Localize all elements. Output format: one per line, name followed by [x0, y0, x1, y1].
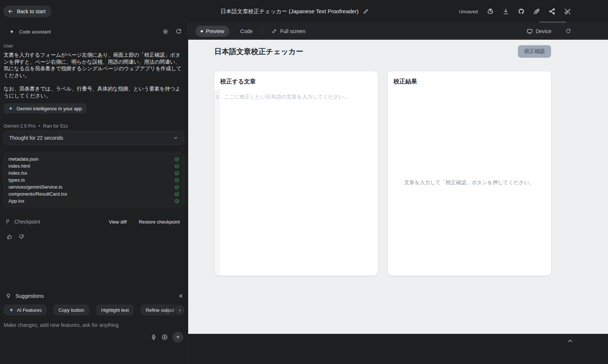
close-icon: ×	[179, 292, 183, 300]
file-row[interactable]: index.html	[4, 163, 184, 169]
rocket-icon	[533, 8, 540, 15]
proofreader-title: 日本語文章校正チェッカー	[214, 47, 303, 57]
gemini-sparkle-icon	[8, 106, 13, 111]
check-circle-icon	[174, 164, 179, 169]
file-name: services/geminiService.ts	[8, 184, 62, 190]
proofreader-header: 日本語文章校正チェッカー 校正確認	[214, 44, 551, 59]
preview-dot-icon	[201, 30, 203, 32]
input-card: 校正する文章 1	[214, 71, 378, 276]
flag-icon	[5, 219, 11, 225]
run-duration: Ran for 51s	[43, 123, 68, 129]
download-icon	[502, 8, 509, 15]
preview-toolbar: Preview Code Full screen Device	[188, 23, 608, 40]
suggestion-chips: AI Features Copy button Highlight text R…	[0, 304, 188, 315]
top-bar-actions: Unsaved	[459, 0, 571, 23]
file-row[interactable]: services/geminiService.ts	[4, 183, 184, 190]
chip-label: AI Features	[17, 307, 42, 313]
file-name: index.html	[8, 163, 30, 169]
chips-scroll-right-button[interactable]: ›	[175, 306, 184, 314]
back-to-start-label: Back to start	[17, 8, 46, 14]
github-button[interactable]	[518, 8, 525, 15]
share-app-button[interactable]	[548, 8, 556, 15]
mic-button[interactable]	[150, 334, 157, 340]
save-to-drive-icon	[487, 8, 494, 15]
tab-preview[interactable]: Preview	[196, 26, 229, 37]
file-name: components/ResultCard.tsx	[8, 191, 67, 197]
download-app-button[interactable]	[502, 8, 509, 15]
gemini-intelligence-chip[interactable]: Gemini intelligence in your app	[4, 103, 86, 114]
proofread-check-button[interactable]: 校正確認	[518, 45, 551, 58]
sparkle-icon	[9, 29, 14, 34]
thumbs-down-icon	[18, 233, 25, 240]
user-role-label: User	[4, 43, 184, 49]
app-title: 日本語文章校正チェッカー (Japanese Text Proofreader)	[221, 8, 358, 15]
mic-icon	[150, 334, 157, 340]
refresh-icon	[175, 28, 182, 35]
composer-input[interactable]	[4, 322, 184, 328]
model-name: Gemini 2.5 Pro	[4, 123, 36, 129]
check-circle-icon	[174, 185, 179, 190]
file-row[interactable]: components/ResultCard.tsx	[4, 190, 184, 197]
deploy-app-button[interactable]	[533, 8, 540, 15]
thumbs-down-button[interactable]	[18, 233, 25, 240]
proofreader-app: 日本語文章校正チェッカー 校正確認 校正する文章 1 校正結果	[188, 40, 551, 276]
ai-sparkle-icon	[9, 307, 14, 313]
monitor-icon	[526, 28, 533, 35]
github-icon	[518, 8, 525, 15]
thumbs-up-button[interactable]	[6, 233, 13, 240]
back-to-start-button[interactable]: Back to start	[3, 6, 51, 17]
add-attachment-button[interactable]	[161, 334, 168, 340]
device-button[interactable]: Device	[526, 28, 551, 35]
assistant-settings-button[interactable]	[162, 28, 169, 35]
full-screen-button[interactable]: Full screen	[271, 28, 305, 34]
expand-icon	[271, 28, 277, 34]
proofreader-columns: 校正する文章 1 校正結果 文章を入力して「校正確認」ボタンを押してください。	[214, 71, 551, 276]
line-number-gutter: 1	[214, 89, 220, 276]
separator-dot: •	[39, 123, 40, 129]
close-suggestions-button[interactable]: ×	[179, 293, 183, 299]
top-bar: Back to start 日本語文章校正チェッカー (Japanese Tex…	[0, 0, 608, 23]
edit-title-button[interactable]	[363, 8, 369, 14]
text-editor: 1	[214, 89, 378, 276]
suggestion-chip-copy-button[interactable]: Copy button	[53, 304, 89, 315]
thought-expander[interactable]: Thought for 22 seconds	[4, 131, 184, 145]
preview-bottom-bar	[188, 334, 608, 364]
check-circle-icon	[174, 192, 179, 197]
thumbs-up-icon	[6, 233, 13, 240]
api-key-button[interactable]	[564, 8, 571, 15]
thought-label: Thought for 22 seconds	[9, 135, 63, 141]
user-message-paragraph-2: なお、箇条書きでは、ラベル、行番号、具体的な指摘、という要素を持つようにしてくだ…	[4, 85, 184, 99]
chevron-up-icon	[567, 338, 573, 344]
chevron-right-icon: ›	[179, 307, 181, 313]
feedback-row	[0, 233, 188, 240]
suggestion-chip-highlight-text[interactable]: Highlight text	[96, 304, 134, 315]
sidebar-spacer	[0, 240, 188, 293]
checkpoint-row: Checkpoint View diff Restore checkpoint	[0, 219, 188, 225]
file-row[interactable]: types.ts	[4, 176, 184, 183]
file-row[interactable]: App.tsx	[4, 197, 184, 204]
suggestion-chip-ai-features[interactable]: AI Features	[4, 304, 47, 315]
generated-files-list: metadata.json index.html index.tsx types…	[4, 153, 184, 207]
view-diff-button[interactable]: View diff	[109, 219, 127, 225]
line-number: 1	[216, 94, 219, 100]
reload-preview-button[interactable]	[565, 28, 571, 34]
save-to-drive-button[interactable]	[487, 8, 494, 15]
full-screen-label: Full screen	[280, 28, 305, 34]
proofread-text-input[interactable]	[220, 89, 378, 276]
file-row[interactable]: metadata.json	[4, 156, 184, 163]
gemini-chip-label: Gemini intelligence in your app	[17, 106, 82, 111]
console-toggle-button[interactable]	[567, 338, 573, 344]
tab-code[interactable]: Code	[240, 28, 253, 34]
restore-checkpoint-button[interactable]: Restore checkpoint	[139, 219, 180, 225]
file-row[interactable]: index.tsx	[4, 169, 184, 176]
assistant-refresh-button[interactable]	[175, 28, 182, 35]
file-name: types.ts	[8, 177, 25, 183]
refresh-icon	[565, 28, 571, 34]
checkpoint-label: Checkpoint	[14, 219, 40, 225]
send-button[interactable]	[172, 332, 183, 343]
tab-preview-label: Preview	[206, 28, 224, 34]
code-assistant-panel: Code assistant User 文書を入力するフォームがページ左側にあり…	[0, 23, 188, 364]
toolbar-divider	[262, 28, 262, 35]
result-body: 文章を入力して「校正確認」ボタンを押してください。	[388, 89, 551, 276]
suggestions-title: Suggestions	[15, 293, 44, 299]
